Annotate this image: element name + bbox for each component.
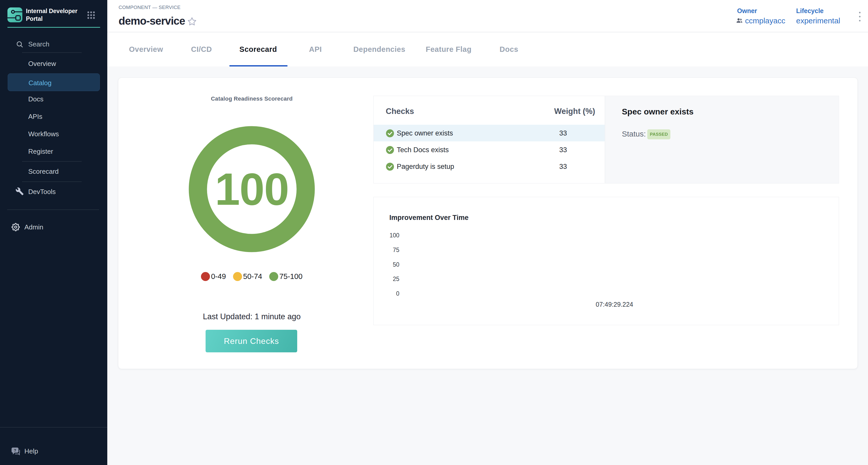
svg-text:?: ? <box>14 448 16 453</box>
